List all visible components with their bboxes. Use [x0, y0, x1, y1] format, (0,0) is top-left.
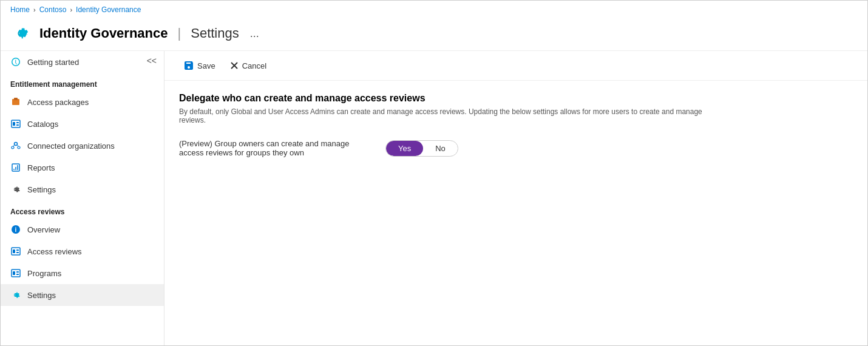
catalogs-icon — [10, 118, 21, 129]
sidebar-item-programs[interactable]: Programs — [1, 262, 164, 284]
header-ellipsis-button[interactable]: ... — [250, 27, 259, 40]
save-label: Save — [197, 61, 215, 70]
header: Identity Governance | Settings ... — [1, 19, 867, 51]
identity-governance-icon — [10, 22, 32, 44]
svg-rect-20 — [16, 252, 19, 253]
sidebar-item-overview[interactable]: i Overview — [1, 219, 164, 240]
setting-label-0: (Preview) Group owners can create and ma… — [179, 139, 361, 157]
sidebar-section-entitlement: Entitlement management — [1, 73, 164, 91]
sidebar-item-access-packages[interactable]: Access packages — [1, 91, 164, 113]
breadcrumb: Home › Contoso › Identity Governance — [1, 1, 867, 19]
settings-access-reviews-icon — [10, 290, 21, 300]
sidebar-item-settings-entitlement[interactable]: Settings — [1, 178, 164, 200]
sidebar-item-settings-access-reviews[interactable]: Settings — [1, 284, 164, 306]
breadcrumb-home[interactable]: Home — [10, 5, 30, 14]
svg-rect-1 — [14, 98, 18, 100]
access-packages-icon — [10, 97, 21, 107]
svg-rect-4 — [16, 122, 19, 123]
sidebar-section-access-reviews: Access reviews — [1, 200, 164, 219]
breadcrumb-contoso[interactable]: Contoso — [39, 5, 67, 14]
svg-point-7 — [12, 146, 14, 149]
cancel-button[interactable]: Cancel — [223, 58, 274, 74]
svg-point-6 — [15, 143, 18, 146]
sidebar-item-getting-started[interactable]: Getting started — [1, 51, 164, 73]
svg-rect-19 — [16, 249, 19, 251]
sidebar-collapse-button[interactable]: << — [147, 56, 157, 66]
svg-rect-5 — [16, 124, 19, 126]
overview-icon: i — [10, 224, 21, 235]
setting-row-0: (Preview) Group owners can create and ma… — [179, 139, 853, 157]
svg-text:i: i — [15, 226, 17, 233]
sidebar-item-reports[interactable]: Reports — [1, 157, 164, 178]
svg-rect-23 — [16, 271, 19, 273]
sidebar-item-label-programs: Programs — [27, 269, 61, 278]
svg-rect-22 — [13, 271, 15, 275]
svg-rect-24 — [16, 274, 19, 275]
sidebar-item-label-settings-entitlement: Settings — [27, 185, 56, 194]
svg-point-8 — [18, 146, 20, 149]
page-wrapper: Home › Contoso › Identity Governance Ide… — [0, 0, 868, 346]
breadcrumb-identity-governance[interactable]: Identity Governance — [76, 5, 141, 14]
toggle-no-button[interactable]: No — [423, 141, 458, 156]
sidebar-item-label-overview: Overview — [27, 225, 60, 234]
main-layout: << Getting started Entitlement managemen… — [1, 51, 867, 345]
sidebar-item-access-reviews[interactable]: Access reviews — [1, 240, 164, 262]
sidebar-item-connected-organizations[interactable]: Connected organizations — [1, 135, 164, 157]
cancel-label: Cancel — [242, 61, 266, 70]
header-subtitle: Settings — [191, 25, 239, 41]
sidebar-item-label-settings-access-reviews: Settings — [27, 291, 56, 300]
reports-icon — [10, 162, 21, 173]
sidebar-item-label-access-reviews: Access reviews — [27, 247, 82, 256]
connected-organizations-icon — [10, 140, 21, 151]
settings-entitlement-icon — [10, 184, 21, 195]
cancel-icon — [230, 61, 239, 70]
svg-rect-18 — [13, 249, 15, 253]
content-area: Save Cancel Delegate who can create and … — [164, 51, 867, 345]
svg-line-9 — [13, 145, 15, 146]
save-icon — [184, 61, 194, 70]
sidebar-item-label-catalogs: Catalogs — [27, 120, 58, 129]
programs-icon — [10, 268, 21, 279]
section-desc: By default, only Global and User Access … — [179, 107, 725, 124]
sidebar-item-label-getting-started: Getting started — [27, 58, 79, 67]
getting-started-icon — [10, 56, 21, 67]
toggle-yes-button[interactable]: Yes — [386, 141, 423, 156]
sidebar: << Getting started Entitlement managemen… — [1, 51, 164, 345]
sidebar-item-label-reports: Reports — [27, 163, 55, 172]
breadcrumb-sep1: › — [33, 6, 36, 13]
svg-line-10 — [18, 145, 19, 146]
sidebar-item-label-access-packages: Access packages — [27, 98, 89, 107]
sidebar-item-catalogs[interactable]: Catalogs — [1, 113, 164, 135]
breadcrumb-sep2: › — [70, 6, 72, 13]
content-body: Delegate who can create and manage acces… — [164, 81, 867, 179]
svg-rect-3 — [13, 122, 15, 126]
toggle-group-0: Yes No — [385, 140, 458, 157]
access-reviews-icon — [10, 246, 21, 257]
header-title: Identity Governance — [39, 25, 168, 41]
toolbar: Save Cancel — [164, 51, 867, 81]
save-button[interactable]: Save — [177, 57, 223, 74]
header-divider: | — [178, 25, 181, 41]
sidebar-item-label-connected-organizations: Connected organizations — [27, 141, 115, 151]
section-title: Delegate who can create and manage acces… — [179, 93, 853, 104]
